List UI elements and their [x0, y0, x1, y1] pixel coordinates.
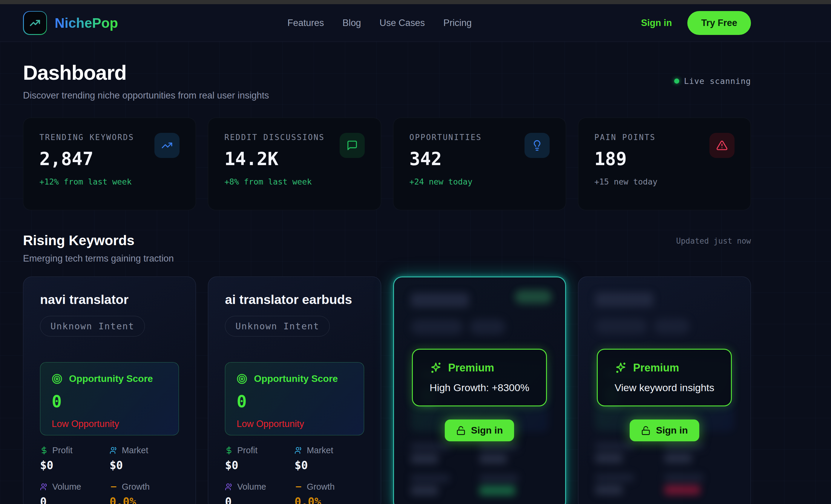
metric-profit: Profit $0 [40, 445, 110, 472]
stat-card-pain-points: PAIN POINTS 189 +15 new today [578, 118, 751, 210]
top-navigation: NichePop Features Blog Use Cases Pricing… [0, 4, 831, 42]
premium-badge-label: Premium [448, 362, 494, 374]
keyword-card-ai-translator-earbuds: ai translator earbuds Unknown Intent Opp… [208, 276, 381, 504]
opportunity-score-label: Opportunity Score [69, 373, 153, 384]
stat-value: 2,847 [39, 148, 134, 169]
nav-link-features[interactable]: Features [287, 18, 324, 28]
stat-value: 342 [409, 148, 482, 169]
sign-in-link[interactable]: Sign in [641, 18, 672, 28]
nav-link-use-cases[interactable]: Use Cases [380, 18, 425, 28]
keyword-card-navi-translator: navi translator Unknown Intent Opportuni… [23, 276, 196, 504]
dollar-icon [225, 446, 233, 454]
opportunity-score-label: Opportunity Score [254, 373, 338, 384]
brand-logo-icon [23, 11, 47, 35]
window-top-strip [0, 0, 831, 4]
stat-label: PAIN POINTS [595, 133, 657, 142]
users-icon [294, 446, 303, 454]
alert-triangle-icon [710, 133, 735, 158]
target-icon [236, 374, 247, 384]
users-icon [110, 446, 118, 454]
brand[interactable]: NichePop [23, 11, 118, 35]
sign-in-button[interactable]: Sign in [630, 419, 699, 441]
page-title: Dashboard [23, 61, 269, 84]
sparkles-icon [430, 362, 442, 374]
users-icon [40, 483, 48, 491]
stat-change: +8% from last week [224, 177, 325, 186]
premium-callout: Premium View keyword insights [597, 349, 732, 406]
sparkles-icon [614, 362, 627, 374]
minus-icon [294, 483, 303, 491]
lightbulb-icon [524, 133, 550, 158]
minus-icon [110, 483, 118, 491]
metric-growth: Growth 0.0% [110, 482, 179, 504]
dollar-icon [40, 446, 48, 454]
opportunity-score-value: 0 [236, 391, 352, 411]
live-status-dot [674, 79, 679, 84]
intent-badge: Unknown Intent [225, 316, 330, 336]
live-scanning-badge: Live scanning [674, 77, 751, 86]
sign-in-button[interactable]: Sign in [445, 419, 514, 441]
updated-timestamp: Updated just now [676, 236, 751, 245]
opportunity-score-value: 0 [52, 391, 167, 411]
trending-up-icon [154, 133, 179, 158]
metric-volume: Volume 0 [40, 482, 110, 504]
nav-link-pricing[interactable]: Pricing [443, 18, 472, 28]
keyword-card-premium-locked-2: Premium View keyword insights Sign in [578, 276, 751, 504]
metric-growth: Growth 0.0% [294, 482, 364, 504]
intent-badge: Unknown Intent [40, 316, 145, 336]
stat-label: TRENDING KEYWORDS [39, 133, 134, 142]
unlock-icon [456, 426, 466, 435]
premium-badge-label: Premium [633, 362, 679, 374]
live-status-label: Live scanning [684, 77, 751, 86]
try-free-button[interactable]: Try Free [687, 11, 751, 35]
stat-card-trending-keywords: TRENDING KEYWORDS 2,847 +12% from last w… [23, 118, 196, 210]
keyword-cards-row: navi translator Unknown Intent Opportuni… [23, 276, 751, 504]
premium-message: High Growth: +8300% [430, 382, 529, 393]
stat-change: +12% from last week [39, 177, 134, 186]
metric-profit: Profit $0 [225, 445, 294, 472]
keyword-title: navi translator [40, 292, 179, 307]
opportunity-verdict: Low Opportunity [236, 419, 352, 429]
premium-callout: Premium High Growth: +8300% [412, 349, 547, 406]
stat-card-reddit-discussions: REDDIT DISCUSSIONS 14.2K +8% from last w… [208, 118, 381, 210]
stat-value: 189 [595, 148, 657, 169]
nav-link-blog[interactable]: Blog [343, 18, 361, 28]
opportunity-score-box: Opportunity Score 0 Low Opportunity [225, 362, 364, 435]
metric-market: Market $0 [110, 445, 179, 472]
chat-bubble-icon [340, 133, 365, 158]
target-icon [52, 374, 62, 384]
opportunity-score-box: Opportunity Score 0 Low Opportunity [40, 362, 179, 435]
metric-volume: Volume 0 [225, 482, 294, 504]
stat-label: OPPORTUNITIES [409, 133, 482, 142]
metric-market: Market $0 [294, 445, 364, 472]
stat-label: REDDIT DISCUSSIONS [224, 133, 325, 142]
stat-change: +24 new today [409, 177, 482, 186]
nav-links: Features Blog Use Cases Pricing [287, 18, 472, 28]
users-icon [225, 483, 233, 491]
premium-message: View keyword insights [614, 382, 714, 393]
stats-row: TRENDING KEYWORDS 2,847 +12% from last w… [23, 118, 751, 210]
section-subtitle: Emerging tech terms gaining traction [23, 253, 174, 264]
section-title: Rising Keywords [23, 232, 174, 248]
keyword-title: ai translator earbuds [225, 292, 364, 307]
opportunity-verdict: Low Opportunity [52, 419, 167, 429]
keyword-card-premium-locked-1: Premium High Growth: +8300% Sign in [393, 276, 566, 504]
stat-change: +15 new today [595, 177, 657, 186]
stat-value: 14.2K [224, 148, 325, 169]
page-subtitle: Discover trending niche opportunities fr… [23, 90, 269, 101]
stat-card-opportunities: OPPORTUNITIES 342 +24 new today [393, 118, 566, 210]
unlock-icon [641, 426, 651, 435]
brand-name: NichePop [55, 15, 118, 31]
